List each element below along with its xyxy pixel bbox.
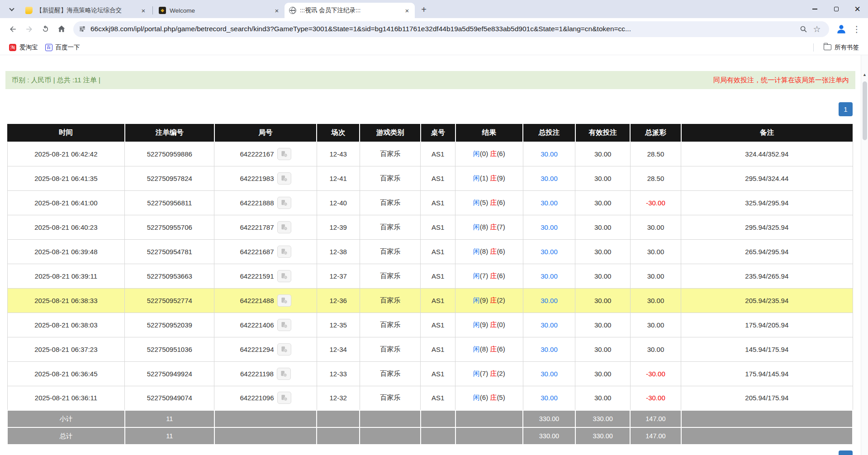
video-replay-button[interactable]: [277, 246, 291, 258]
tab-welcome[interactable]: ◆ Welcome ×: [154, 3, 285, 18]
player-score: (7): [480, 272, 488, 280]
back-icon: [9, 25, 17, 33]
subtotal-row: 小计 11 330.00 330.00 147.00: [7, 410, 853, 427]
video-replay-button[interactable]: [277, 221, 291, 233]
banker-score: (7): [497, 223, 505, 231]
table-no-cell: AS1: [421, 361, 455, 386]
game-type-cell: 百家乐: [360, 288, 421, 313]
browser-menu-button[interactable]: ⋮: [850, 22, 863, 36]
close-tab-icon[interactable]: ×: [139, 6, 147, 14]
address-bar[interactable]: 66cxkj98.com/ipl/portal.php/game/betreco…: [73, 21, 829, 37]
total-bet-cell[interactable]: 30.00: [523, 361, 575, 386]
total-bet-cell[interactable]: 30.00: [523, 190, 575, 215]
video-replay-button[interactable]: [277, 392, 291, 404]
video-icon: [281, 175, 288, 182]
video-icon: [281, 273, 288, 280]
scrollbar-thumb[interactable]: [863, 81, 867, 140]
total-bet-cell[interactable]: 30.00: [523, 166, 575, 190]
close-window-button[interactable]: ✕: [847, 0, 868, 18]
time-cell: 2025-08-21 06:36:11: [7, 386, 125, 410]
summary-info-bar: 币别 : 人民币 | 总共 :11 注单 | 同局有效投注，统一计算在该局第一张…: [5, 71, 855, 89]
payout-cell: -30.00: [630, 361, 681, 386]
close-tab-icon[interactable]: ×: [273, 6, 281, 14]
total-bet-cell[interactable]: 30.00: [523, 337, 575, 361]
close-tab-icon[interactable]: ×: [403, 6, 411, 14]
bet-id-cell: 522750955706: [125, 215, 214, 239]
total-bet-cell[interactable]: 30.00: [523, 386, 575, 410]
notice-text: 同局有效投注，统一计算在该局第一张注单内: [713, 76, 849, 85]
banker-score: (5): [497, 393, 505, 401]
home-button[interactable]: [53, 21, 70, 37]
bookmark-star-button[interactable]: ☆: [810, 22, 824, 36]
round-cell: 642221096: [214, 386, 317, 410]
round-number: 642221983: [240, 175, 274, 182]
video-replay-button[interactable]: [277, 343, 291, 355]
tab-forum[interactable]: 【新提醒】海燕策略论坛综合交 ×: [21, 3, 151, 18]
player-score: (5): [480, 199, 488, 206]
tab-divider: [152, 6, 153, 14]
window-controls: ✕: [804, 0, 868, 18]
table-row: 2025-08-21 06:38:03 522750952039 6422214…: [7, 313, 853, 337]
total-total-bet: 330.00: [523, 427, 575, 445]
scroll-up-icon[interactable]: ▲: [861, 72, 868, 77]
bet-id-cell: 522750951036: [125, 337, 214, 361]
video-replay-button[interactable]: [277, 197, 291, 209]
total-bet-cell[interactable]: 30.00: [523, 142, 575, 166]
player-score: (9): [480, 321, 488, 328]
session-cell: 12-33: [317, 361, 360, 386]
total-bet-cell[interactable]: 30.00: [523, 239, 575, 264]
bookmark-baidu[interactable]: 百 百度一下: [42, 42, 84, 53]
player-score: (8): [480, 345, 488, 353]
zoom-page-button[interactable]: [797, 22, 810, 36]
tab-bet-records-active[interactable]: :::视讯 会员下注纪录::: ×: [285, 3, 415, 18]
table-no-cell: AS1: [421, 288, 455, 313]
round-number: 642222167: [240, 150, 274, 158]
maximize-button[interactable]: [825, 0, 847, 18]
round-cell: 642221198: [214, 361, 317, 386]
player-score: (6): [480, 393, 488, 401]
col-result: 结果: [455, 124, 523, 142]
pagination-page-1-top[interactable]: 1: [839, 102, 853, 116]
result-cell: 闲(7) 庄(6): [455, 264, 523, 288]
session-cell: 12-35: [317, 313, 360, 337]
reload-button[interactable]: [37, 21, 53, 37]
video-icon: [281, 394, 288, 401]
total-bet-cell[interactable]: 30.00: [523, 288, 575, 313]
minimize-icon: [812, 9, 817, 9]
back-button[interactable]: [5, 21, 21, 37]
video-replay-button[interactable]: [277, 368, 291, 380]
video-icon: [281, 322, 288, 328]
tab-search-button[interactable]: [5, 3, 18, 16]
note-cell: 205.94/175.94: [681, 386, 853, 410]
total-bet-cell[interactable]: 30.00: [523, 215, 575, 239]
site-info-tune-icon[interactable]: [79, 25, 86, 33]
profile-avatar[interactable]: [835, 22, 848, 36]
total-bet-cell[interactable]: 30.00: [523, 313, 575, 337]
all-bookmarks-button[interactable]: 所有书签: [820, 42, 863, 53]
video-replay-button[interactable]: [277, 294, 291, 307]
pagination-page-1-bottom[interactable]: 1: [839, 450, 853, 455]
page-content: 币别 : 人民币 | 总共 :11 注单 | 同局有效投注，统一计算在该局第一张…: [0, 55, 868, 455]
payout-cell: -30.00: [630, 190, 681, 215]
minimize-button[interactable]: [804, 0, 825, 18]
time-cell: 2025-08-21 06:41:35: [7, 166, 125, 190]
total-bet-cell[interactable]: 30.00: [523, 264, 575, 288]
video-replay-button[interactable]: [277, 319, 291, 331]
vertical-scrollbar[interactable]: ▲: [861, 55, 868, 455]
url-text[interactable]: 66cxkj98.com/ipl/portal.php/game/betreco…: [90, 25, 797, 33]
payout-cell: 30.00: [630, 337, 681, 361]
video-replay-button[interactable]: [277, 148, 291, 160]
table-no-cell: AS1: [421, 264, 455, 288]
magnifier-icon: [800, 25, 807, 33]
col-table-no: 桌号: [421, 124, 455, 142]
result-cell: 闲(6) 庄(5): [455, 386, 523, 410]
session-cell: 12-40: [317, 190, 360, 215]
table-no-cell: AS1: [421, 142, 455, 166]
table-no-cell: AS1: [421, 313, 455, 337]
video-replay-button[interactable]: [277, 270, 291, 282]
video-replay-button[interactable]: [277, 172, 291, 185]
note-cell: 175.94/205.94: [681, 313, 853, 337]
bookmark-taobao[interactable]: 淘 爱淘宝: [5, 42, 42, 53]
forward-button[interactable]: [21, 21, 37, 37]
new-tab-button[interactable]: +: [417, 3, 430, 16]
